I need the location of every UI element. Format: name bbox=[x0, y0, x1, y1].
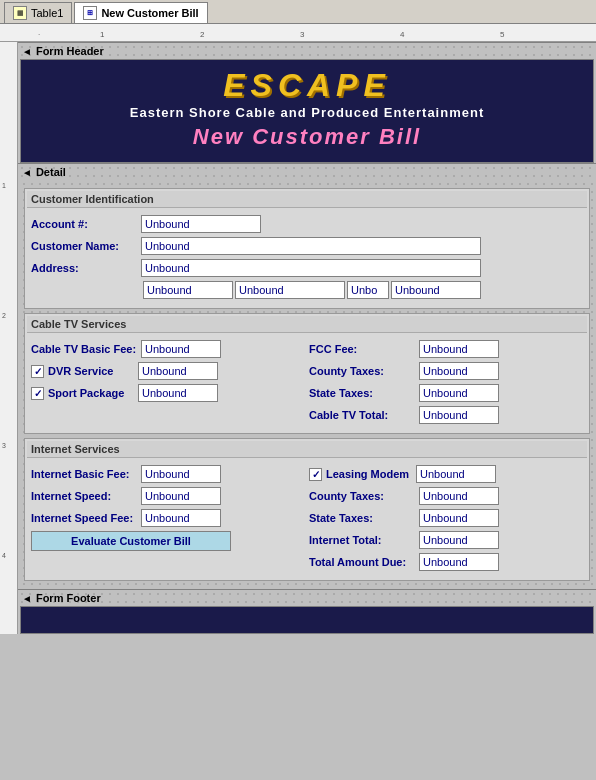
cable-basic-label: Cable TV Basic Fee: bbox=[31, 343, 141, 355]
cable-tv-group: Cable TV Services Cable TV Basic Fee: bbox=[24, 313, 590, 434]
v-ruler: 1 2 3 4 5 bbox=[0, 42, 18, 634]
evaluate-button[interactable]: Evaluate Customer Bill bbox=[31, 531, 231, 551]
customer-name-input[interactable] bbox=[141, 237, 481, 255]
city-input[interactable] bbox=[143, 281, 233, 299]
internet-content: Internet Basic Fee: Internet Speed: Inte… bbox=[27, 458, 587, 578]
detail-section-label: ◄ Detail bbox=[18, 163, 596, 180]
form-footer-area bbox=[20, 606, 594, 634]
form-header-section-label: ◄ Form Header bbox=[18, 42, 596, 59]
form-header-area: ESCAPE Eastern Shore Cable and Produced … bbox=[20, 59, 594, 163]
total-due-row: Total Amount Due: bbox=[307, 552, 585, 572]
inet-speed-fee-row: Internet Speed Fee: bbox=[29, 508, 307, 528]
evaluate-row: Evaluate Customer Bill bbox=[29, 530, 307, 552]
dvr-input[interactable] bbox=[138, 362, 218, 380]
cable-county-row: County Taxes: bbox=[307, 361, 585, 381]
form-icon: ⊞ bbox=[83, 6, 97, 20]
inet-basic-label: Internet Basic Fee: bbox=[31, 468, 141, 480]
dvr-checkbox[interactable] bbox=[31, 365, 44, 378]
inet-speed-label: Internet Speed: bbox=[31, 490, 141, 502]
account-input[interactable] bbox=[141, 215, 261, 233]
internet-right-col: Leasing Modem County Taxes: State Taxes: bbox=[307, 462, 585, 574]
sport-row: Sport Package bbox=[29, 383, 307, 403]
internet-group: Internet Services Internet Basic Fee: bbox=[24, 438, 590, 581]
form-footer-section-label: ◄ Form Footer bbox=[18, 589, 596, 606]
cable-total-row: Cable TV Total: bbox=[307, 405, 585, 425]
subtitle: Eastern Shore Cable and Produced Enterta… bbox=[31, 105, 583, 120]
fcc-input[interactable] bbox=[419, 340, 499, 358]
tab-new-customer-bill[interactable]: ⊞ New Customer Bill bbox=[74, 2, 207, 23]
fcc-label: FCC Fee: bbox=[309, 343, 419, 355]
inet-county-input[interactable] bbox=[419, 487, 499, 505]
cable-state-label: State Taxes: bbox=[309, 387, 419, 399]
internet-left-col: Internet Basic Fee: Internet Speed: Inte… bbox=[29, 462, 307, 574]
inet-state-input[interactable] bbox=[419, 509, 499, 527]
inet-state-label: State Taxes: bbox=[309, 512, 419, 524]
address-row2 bbox=[29, 280, 585, 300]
address-input1[interactable] bbox=[141, 259, 481, 277]
inet-county-row: County Taxes: bbox=[307, 486, 585, 506]
customer-name-label: Customer Name: bbox=[31, 240, 141, 252]
account-row: Account #: bbox=[29, 214, 585, 234]
fcc-row: FCC Fee: bbox=[307, 339, 585, 359]
total-due-input[interactable] bbox=[419, 553, 499, 571]
cable-tv-content: Cable TV Basic Fee: DVR Service bbox=[27, 333, 587, 431]
cable-basic-row: Cable TV Basic Fee: bbox=[29, 339, 307, 359]
inet-speed-input[interactable] bbox=[141, 487, 221, 505]
inet-total-row: Internet Total: bbox=[307, 530, 585, 550]
inet-speed-fee-input[interactable] bbox=[141, 509, 221, 527]
state-input[interactable] bbox=[235, 281, 345, 299]
sport-input[interactable] bbox=[138, 384, 218, 402]
tab-new-customer-label: New Customer Bill bbox=[101, 7, 198, 19]
internet-label: Internet Services bbox=[27, 441, 587, 458]
inet-county-label: County Taxes: bbox=[309, 490, 419, 502]
table-icon: ▦ bbox=[13, 6, 27, 20]
customer-name-row: Customer Name: bbox=[29, 236, 585, 256]
inet-basic-input[interactable] bbox=[141, 465, 221, 483]
dvr-row: DVR Service bbox=[29, 361, 307, 381]
extra-input[interactable] bbox=[391, 281, 481, 299]
cable-total-label: Cable TV Total: bbox=[309, 409, 419, 421]
cable-state-input[interactable] bbox=[419, 384, 499, 402]
tab-bar: ▦ Table1 ⊞ New Customer Bill bbox=[0, 0, 596, 24]
customer-id-content: Account #: Customer Name: Address: bbox=[27, 208, 587, 306]
inet-total-input[interactable] bbox=[419, 531, 499, 549]
tab-table1[interactable]: ▦ Table1 bbox=[4, 2, 72, 23]
total-due-label: Total Amount Due: bbox=[309, 556, 419, 568]
leasing-checkbox[interactable] bbox=[309, 468, 322, 481]
leasing-input[interactable] bbox=[416, 465, 496, 483]
cable-total-input[interactable] bbox=[419, 406, 499, 424]
cable-tv-label: Cable TV Services bbox=[27, 316, 587, 333]
cable-left-col: Cable TV Basic Fee: DVR Service bbox=[29, 337, 307, 427]
zip-input[interactable] bbox=[347, 281, 389, 299]
cable-county-label: County Taxes: bbox=[309, 365, 419, 377]
internet-two-col: Internet Basic Fee: Internet Speed: Inte… bbox=[29, 462, 585, 574]
inet-total-label: Internet Total: bbox=[309, 534, 419, 546]
leasing-label: Leasing Modem bbox=[326, 468, 416, 480]
cable-basic-input[interactable] bbox=[141, 340, 221, 358]
cable-county-input[interactable] bbox=[419, 362, 499, 380]
leasing-row: Leasing Modem bbox=[307, 464, 585, 484]
h-ruler: · 1 2 3 4 5 bbox=[0, 24, 596, 42]
escape-title: ESCAPE bbox=[31, 68, 583, 103]
cable-tv-two-col: Cable TV Basic Fee: DVR Service bbox=[29, 337, 585, 427]
inet-basic-row: Internet Basic Fee: bbox=[29, 464, 307, 484]
cable-right-col: FCC Fee: County Taxes: State Taxes: bbox=[307, 337, 585, 427]
customer-id-label: Customer Identification bbox=[27, 191, 587, 208]
account-label: Account #: bbox=[31, 218, 141, 230]
customer-identification-group: Customer Identification Account #: Custo… bbox=[24, 188, 590, 309]
inet-state-row: State Taxes: bbox=[307, 508, 585, 528]
inet-speed-fee-label: Internet Speed Fee: bbox=[31, 512, 141, 524]
inet-speed-row: Internet Speed: bbox=[29, 486, 307, 506]
bill-title: New Customer Bill bbox=[31, 124, 583, 150]
dvr-label: DVR Service bbox=[48, 365, 138, 377]
sport-checkbox[interactable] bbox=[31, 387, 44, 400]
address-label: Address: bbox=[31, 262, 141, 274]
sport-label: Sport Package bbox=[48, 387, 138, 399]
cable-state-row: State Taxes: bbox=[307, 383, 585, 403]
tab-table1-label: Table1 bbox=[31, 7, 63, 19]
address-row1: Address: bbox=[29, 258, 585, 278]
detail-area: Customer Identification Account #: Custo… bbox=[20, 180, 594, 589]
